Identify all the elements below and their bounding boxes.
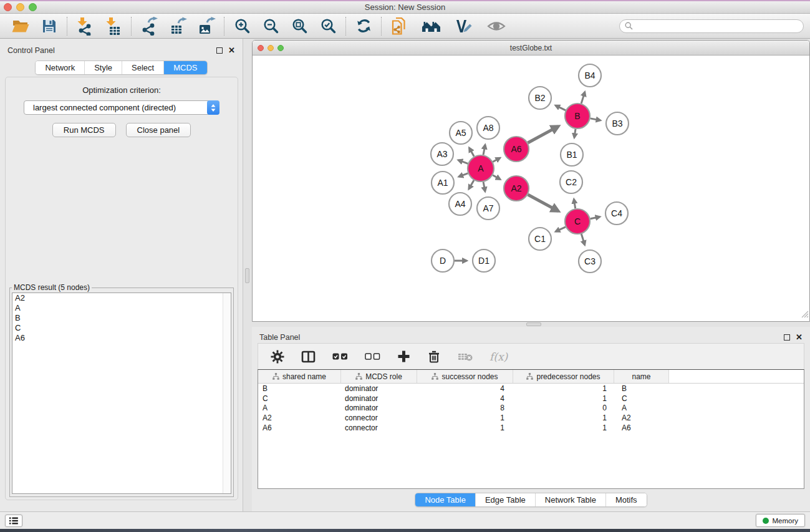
duplicate-network-icon[interactable] — [386, 16, 412, 37]
home-icon[interactable] — [418, 16, 445, 37]
column-header-name[interactable]: name — [614, 370, 669, 383]
graph-node-B3[interactable]: B3 — [606, 112, 629, 135]
tab-edge-table[interactable]: Edge Table — [475, 493, 535, 506]
table-settings-gear-icon[interactable] — [271, 350, 284, 364]
import-table-icon[interactable] — [100, 16, 127, 37]
splitter-handle[interactable] — [245, 268, 249, 283]
graph-node-C4[interactable]: C4 — [605, 202, 628, 225]
delete-columns-trash-icon[interactable] — [427, 349, 441, 364]
column-header-successor-nodes[interactable]: successor nodes — [417, 370, 513, 383]
memory-button[interactable]: Memory — [756, 514, 805, 527]
zoom-out-icon[interactable] — [258, 16, 284, 37]
network-canvas[interactable]: AA6A2BCA1A3A4A5A7A8B1B2B3B4C1C2C3C4DD1 — [253, 56, 809, 321]
run-mcds-button[interactable]: Run MCDS — [52, 123, 116, 137]
graph-node-A2[interactable]: A2 — [504, 176, 529, 201]
zoom-fit-icon[interactable] — [286, 16, 312, 37]
annotation-pen-icon[interactable] — [451, 16, 477, 37]
tab-select[interactable]: Select — [122, 61, 163, 74]
close-panel-button[interactable]: Close panel — [126, 123, 191, 137]
graph-node-A5[interactable]: A5 — [450, 122, 472, 144]
graph-node-A4[interactable]: A4 — [449, 193, 471, 215]
graph-node-C2[interactable]: C2 — [560, 171, 582, 193]
zoom-selected-icon[interactable] — [315, 16, 341, 37]
graph-edge-A-A4[interactable] — [469, 180, 474, 189]
graph-edge-C-C3[interactable] — [581, 234, 584, 245]
mcds-result-item[interactable]: A2 — [12, 293, 231, 303]
open-session-icon[interactable] — [7, 16, 34, 37]
graph-edge-A-A7[interactable] — [483, 182, 485, 191]
splitter-handle[interactable] — [526, 322, 541, 326]
graph-edge-C-C2[interactable] — [574, 200, 575, 209]
mcds-result-list[interactable]: A2ABCA6 — [12, 293, 231, 494]
table-row[interactable]: A6connector11A6 — [258, 423, 804, 433]
export-table-icon[interactable] — [165, 16, 191, 37]
graph-edge-A-A5[interactable] — [470, 148, 475, 157]
mcds-result-item[interactable]: A — [12, 303, 231, 313]
graph-edge-A-A3[interactable] — [458, 160, 468, 164]
zoom-in-icon[interactable] — [229, 16, 255, 37]
graph-node-A[interactable]: A — [468, 155, 494, 181]
vertical-splitter[interactable] — [243, 39, 252, 511]
criterion-dropdown[interactable]: largest connected component (directed) — [24, 100, 219, 115]
mcds-result-item[interactable]: B — [12, 313, 231, 323]
resize-grip-icon[interactable] — [801, 309, 809, 321]
graph-node-D[interactable]: D — [432, 249, 454, 272]
graph-node-A3[interactable]: A3 — [431, 143, 453, 165]
graph-node-C3[interactable]: C3 — [579, 250, 601, 273]
graph-edge-A-A1[interactable] — [459, 173, 468, 177]
tab-style[interactable]: Style — [84, 61, 122, 74]
tab-network-table[interactable]: Network Table — [535, 493, 605, 506]
float-panel-icon[interactable] — [216, 47, 223, 54]
unselect-all-columns-icon[interactable] — [365, 353, 380, 360]
tab-node-table[interactable]: Node Table — [415, 493, 475, 506]
graph-edge-A2-C[interactable] — [528, 195, 559, 211]
graph-node-A1[interactable]: A1 — [432, 172, 454, 194]
table-row[interactable]: Bdominator41B — [258, 384, 804, 394]
table-row[interactable]: A2connector11A2 — [258, 413, 804, 423]
network-window-titlebar[interactable]: testGlobe.txt — [253, 41, 809, 56]
float-panel-icon[interactable] — [784, 334, 790, 341]
column-header-mcds-role[interactable]: MCDS role — [341, 370, 417, 383]
graph-node-C[interactable]: C — [565, 209, 590, 234]
graph-edge-C-C1[interactable] — [556, 227, 566, 231]
list-scrollbar[interactable] — [223, 293, 231, 493]
graph-edge-A6-B[interactable] — [528, 127, 559, 143]
select-all-columns-icon[interactable] — [332, 353, 348, 360]
graph-edge-A-A6[interactable] — [493, 158, 500, 162]
import-network-icon[interactable] — [72, 16, 98, 37]
mcds-result-item[interactable]: C — [12, 323, 231, 333]
tab-network[interactable]: Network — [36, 61, 84, 74]
graph-node-B2[interactable]: B2 — [529, 87, 551, 109]
horizontal-splitter[interactable] — [252, 322, 810, 327]
graph-edge-B-B1[interactable] — [574, 129, 576, 138]
column-header-shared-name[interactable]: shared name — [258, 370, 341, 383]
search-field[interactable] — [619, 19, 804, 33]
graph-edge-B-B4[interactable] — [581, 92, 585, 104]
save-session-icon[interactable] — [36, 16, 62, 37]
tab-motifs[interactable]: Motifs — [605, 493, 647, 506]
task-history-button[interactable] — [5, 515, 22, 527]
refresh-icon[interactable] — [350, 16, 377, 37]
search-input[interactable] — [636, 22, 798, 31]
export-network-icon[interactable] — [136, 16, 162, 37]
network-graph[interactable]: AA6A2BCA1A3A4A5A7A8B1B2B3B4C1C2C3C4DD1 — [253, 56, 808, 320]
graph-node-A8[interactable]: A8 — [477, 117, 499, 139]
tab-mcds[interactable]: MCDS — [163, 61, 206, 74]
mcds-result-item[interactable]: A6 — [12, 333, 231, 343]
table-row[interactable]: Adominator80A — [258, 403, 804, 413]
graph-node-B[interactable]: B — [565, 104, 590, 128]
graph-node-D1[interactable]: D1 — [473, 249, 495, 272]
graph-node-A6[interactable]: A6 — [504, 137, 529, 162]
graph-node-B4[interactable]: B4 — [579, 64, 601, 87]
export-image-icon[interactable] — [193, 16, 219, 37]
graph-node-A7[interactable]: A7 — [477, 197, 499, 220]
graph-node-C1[interactable]: C1 — [529, 228, 551, 250]
graph-node-B1[interactable]: B1 — [561, 143, 583, 166]
graph-edge-C-C4[interactable] — [591, 217, 600, 219]
column-header-predecessor-nodes[interactable]: predecessor nodes — [513, 370, 614, 383]
graph-edge-A-A8[interactable] — [483, 145, 485, 155]
graph-edge-B-B2[interactable] — [556, 105, 566, 110]
show-column-panel-icon[interactable] — [301, 351, 316, 363]
table-row[interactable]: Cdominator41C — [258, 394, 804, 404]
create-column-plus-icon[interactable] — [397, 350, 410, 363]
